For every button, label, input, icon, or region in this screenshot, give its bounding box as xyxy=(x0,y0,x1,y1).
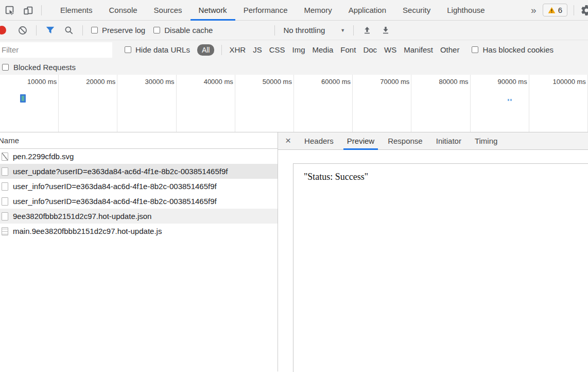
disable-cache-checkbox[interactable]: Disable cache xyxy=(153,26,213,35)
request-rows: pen.2299cfdb.svg user_update?userID=e363… xyxy=(0,149,278,239)
timeline-request-bar[interactable] xyxy=(20,94,26,103)
timeline-tick: 100000 ms xyxy=(529,75,588,132)
filter-type-doc[interactable]: Doc xyxy=(363,45,377,54)
chevron-down-icon: ▼ xyxy=(340,28,345,33)
request-name: user_update?userID=e363da84-ac6d-4f1e-8b… xyxy=(13,167,228,176)
filter-type-font[interactable]: Font xyxy=(340,45,356,54)
table-row[interactable]: user_info?userID=e363da84-ac6d-4f1e-8b2c… xyxy=(0,179,278,194)
preserve-log-checkbox[interactable]: Preserve log xyxy=(91,26,145,35)
filter-type-css[interactable]: CSS xyxy=(269,45,285,54)
devtools-tab-bar: Elements Console Sources Network Perform… xyxy=(0,0,588,21)
script-file-icon xyxy=(2,227,8,235)
divider xyxy=(274,25,275,36)
tab-preview[interactable]: Preview xyxy=(343,132,378,150)
filter-type-other[interactable]: Other xyxy=(440,45,460,54)
network-filter-bar: Hide data URLs All XHR JS CSS Img Media … xyxy=(0,40,588,59)
file-icon xyxy=(2,182,8,191)
name-column-label: Name xyxy=(0,136,19,145)
filter-type-manifest[interactable]: Manifest xyxy=(404,45,433,54)
timeline-tick: 90000 ms xyxy=(471,75,529,132)
table-row[interactable]: pen.2299cfdb.svg xyxy=(0,149,278,164)
filter-type-all[interactable]: All xyxy=(197,44,215,56)
throttling-value: No throttling xyxy=(283,26,325,35)
blocked-requests-bar: Blocked Requests xyxy=(0,59,588,75)
clear-icon[interactable] xyxy=(18,25,28,36)
close-icon[interactable]: × xyxy=(278,135,298,147)
throttling-select[interactable]: No throttling ▼ xyxy=(283,26,345,35)
checkbox[interactable] xyxy=(472,46,478,53)
network-overview-timeline[interactable]: 10000 ms 20000 ms 30000 ms 40000 ms 5000… xyxy=(0,75,588,132)
timeline-tick: 70000 ms xyxy=(353,75,411,132)
name-column-header[interactable]: Name xyxy=(0,132,278,149)
export-har-icon[interactable] xyxy=(381,25,391,36)
tab-lighthouse[interactable]: Lighthouse xyxy=(439,0,493,21)
blocked-requests-label: Blocked Requests xyxy=(13,63,76,72)
preview-panel: "Status: Success" xyxy=(278,150,588,371)
issues-badge[interactable]: 6 xyxy=(543,4,567,16)
divider xyxy=(353,25,354,36)
blocked-requests-checkbox[interactable] xyxy=(2,64,9,71)
filter-type-xhr[interactable]: XHR xyxy=(229,45,246,54)
tab-elements[interactable]: Elements xyxy=(52,0,101,21)
filter-funnel-icon[interactable] xyxy=(45,25,56,36)
timeline-request-dots[interactable] xyxy=(508,99,512,101)
tab-response[interactable]: Response xyxy=(384,132,426,150)
tab-initiator[interactable]: Initiator xyxy=(433,132,465,150)
timeline-tick: 30000 ms xyxy=(117,75,176,132)
filter-input[interactable] xyxy=(0,42,112,58)
record-button[interactable] xyxy=(0,26,6,35)
timeline-tick: 20000 ms xyxy=(59,75,117,132)
checkbox[interactable] xyxy=(153,27,160,33)
more-tabs-icon[interactable]: » xyxy=(531,5,537,15)
detail-tab-bar: × Headers Preview Response Initiator Tim… xyxy=(278,132,588,150)
has-blocked-cookies-checkbox[interactable]: Has blocked cookies xyxy=(472,45,554,54)
filter-type-js[interactable]: JS xyxy=(253,45,262,54)
preserve-log-label: Preserve log xyxy=(102,26,145,35)
tab-application[interactable]: Application xyxy=(340,0,394,21)
hide-data-urls-checkbox[interactable]: Hide data URLs xyxy=(125,45,190,54)
tab-console[interactable]: Console xyxy=(101,0,146,21)
request-name: main.9ee3820fbbb2151d2c97.hot-update.js xyxy=(13,227,162,235)
request-name: 9ee3820fbbb2151d2c97.hot-update.json xyxy=(13,212,151,221)
has-blocked-cookies-label: Has blocked cookies xyxy=(482,45,554,54)
filter-type-img[interactable]: Img xyxy=(292,45,305,54)
divider xyxy=(36,25,37,36)
disable-cache-label: Disable cache xyxy=(164,26,213,35)
tab-memory[interactable]: Memory xyxy=(296,0,340,21)
image-file-icon xyxy=(2,153,8,161)
hide-data-urls-label: Hide data URLs xyxy=(135,45,190,54)
file-icon xyxy=(2,167,8,176)
search-icon[interactable] xyxy=(64,25,74,36)
timeline-tick: 10000 ms xyxy=(0,75,59,132)
timeline-tick: 80000 ms xyxy=(411,75,470,132)
request-detail-pane: × Headers Preview Response Initiator Tim… xyxy=(278,132,588,371)
request-name: user_info?userID=e363da84-ac6d-4f1e-8b2c… xyxy=(13,182,217,191)
divider xyxy=(41,5,42,15)
table-row[interactable]: main.9ee3820fbbb2151d2c97.hot-update.js xyxy=(0,224,278,239)
table-row[interactable]: user_info?userID=e363da84-ac6d-4f1e-8b2c… xyxy=(0,194,278,209)
table-row[interactable]: 9ee3820fbbb2151d2c97.hot-update.json xyxy=(0,209,278,224)
tab-timing[interactable]: Timing xyxy=(471,132,501,150)
tab-performance[interactable]: Performance xyxy=(235,0,296,21)
network-toolbar: Preserve log Disable cache No throttling… xyxy=(0,21,588,40)
inspect-element-icon[interactable] xyxy=(4,5,15,16)
checkbox[interactable] xyxy=(125,46,131,53)
tab-headers[interactable]: Headers xyxy=(301,132,337,150)
preview-response-box[interactable]: "Status: Success" xyxy=(293,163,588,372)
tab-security[interactable]: Security xyxy=(394,0,439,21)
panel-tabs: Elements Console Sources Network Perform… xyxy=(52,0,493,21)
requests-table: Name pen.2299cfdb.svg user_update?userID… xyxy=(0,132,278,371)
import-har-icon[interactable] xyxy=(362,25,372,36)
filter-type-media[interactable]: Media xyxy=(313,45,334,54)
divider xyxy=(82,25,83,36)
filter-type-ws[interactable]: WS xyxy=(384,45,396,54)
device-toolbar-icon[interactable] xyxy=(23,5,34,16)
network-main-area: Name pen.2299cfdb.svg user_update?userID… xyxy=(0,132,588,371)
preview-response-text: "Status: Success" xyxy=(293,164,588,182)
tab-network[interactable]: Network xyxy=(191,0,235,21)
table-row[interactable]: user_update?userID=e363da84-ac6d-4f1e-8b… xyxy=(0,164,278,179)
request-name: user_info?userID=e363da84-ac6d-4f1e-8b2c… xyxy=(13,197,217,206)
settings-gear-icon[interactable] xyxy=(580,4,588,16)
checkbox[interactable] xyxy=(91,27,98,33)
tab-sources[interactable]: Sources xyxy=(146,0,191,21)
